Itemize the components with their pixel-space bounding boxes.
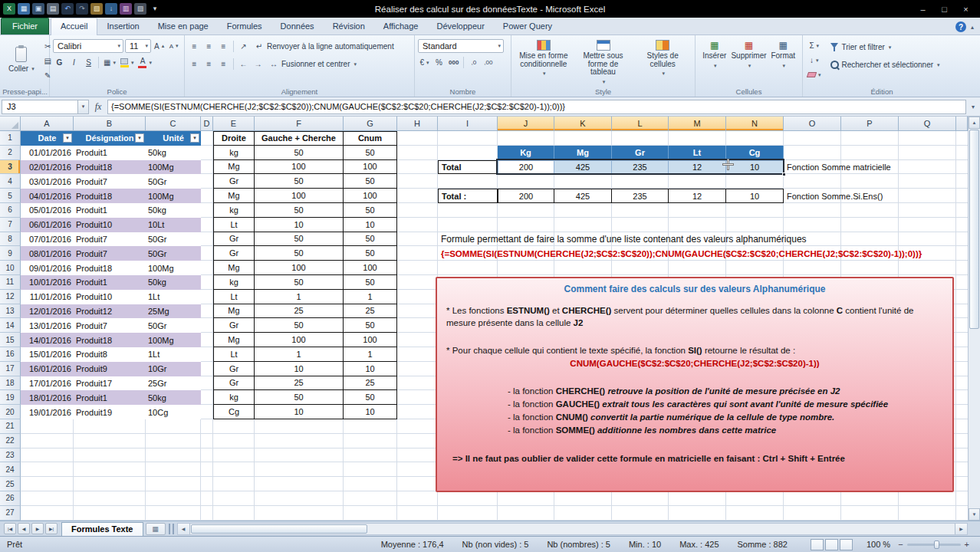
insert-cells-button[interactable]: ▦ Insérer ▾ xyxy=(699,38,731,71)
cell[interactable]: 50kg xyxy=(146,275,201,290)
excel-logo-icon[interactable]: X xyxy=(3,3,15,15)
tab-d-veloppeur[interactable]: Développeur xyxy=(427,18,493,34)
cell[interactable]: 10Lt xyxy=(146,218,201,232)
page-layout-view-icon[interactable] xyxy=(825,539,838,550)
cell-J5[interactable]: 200 xyxy=(498,189,554,203)
row-header-8[interactable]: 8 xyxy=(0,232,21,247)
cell[interactable]: 1 xyxy=(255,347,344,362)
formula-input[interactable]: {=SOMME(SI(ESTNUM(CHERCHE(J2;$C$2:$C$20)… xyxy=(107,100,966,114)
fill-color-icon[interactable]: ▾ xyxy=(119,56,136,69)
cell[interactable]: 100Mg xyxy=(146,333,201,347)
table-header-unité[interactable]: Unité▼ xyxy=(146,131,201,146)
row-header-6[interactable]: 6 xyxy=(0,203,21,218)
cell[interactable]: 10 xyxy=(344,405,397,419)
column-header-M[interactable]: M xyxy=(669,117,726,131)
cell-N5[interactable]: 10 xyxy=(726,189,784,203)
cell[interactable]: Gr xyxy=(213,174,255,189)
autosum-icon[interactable]: Σ▾ xyxy=(806,39,823,52)
column-header-O[interactable]: O xyxy=(784,117,841,131)
cell[interactable]: 100 xyxy=(344,333,397,347)
cell[interactable]: 50 xyxy=(255,275,344,290)
column-header-L[interactable]: L xyxy=(612,117,669,131)
row-header-9[interactable]: 9 xyxy=(0,246,21,261)
row-header-16[interactable]: 16 xyxy=(0,347,21,362)
cell[interactable]: 50kg xyxy=(146,203,201,218)
maximize-button[interactable]: □ xyxy=(934,2,955,15)
cell[interactable]: 50 xyxy=(255,318,344,333)
align-center-icon[interactable]: ≡ xyxy=(202,58,215,71)
wrap-text-button[interactable]: ↵ Renvoyer à la ligne automatiquement xyxy=(252,39,396,54)
sort-icon[interactable]: ↓ xyxy=(105,3,117,15)
cell[interactable]: Produit8 xyxy=(74,347,146,362)
align-left-icon[interactable]: ≡ xyxy=(188,58,201,71)
column-header-F[interactable]: F xyxy=(255,117,344,131)
filter-icon[interactable]: ▼ xyxy=(190,133,199,143)
zoom-out-icon[interactable]: − xyxy=(898,540,903,549)
font-color-icon[interactable]: A▾ xyxy=(136,56,153,69)
cell[interactable]: Cg xyxy=(213,405,255,419)
open-icon[interactable]: ▧ xyxy=(90,3,103,15)
normal-view-icon[interactable] xyxy=(811,539,824,550)
shrink-font-icon[interactable]: A▾ xyxy=(167,40,180,53)
cell[interactable]: Mg xyxy=(213,261,255,275)
cell[interactable]: 07/01/2016 xyxy=(21,232,74,247)
row-header-17[interactable]: 17 xyxy=(0,362,21,376)
align-right-icon[interactable]: ≡ xyxy=(217,58,230,71)
filter-icon[interactable]: ▼ xyxy=(63,133,72,143)
cell[interactable]: Produit18 xyxy=(74,333,146,347)
row-header-24[interactable]: 24 xyxy=(0,462,21,477)
cell[interactable]: 10 xyxy=(255,218,344,232)
horizontal-scroll-thumb[interactable] xyxy=(191,524,367,534)
cell[interactable]: 19/01/2016 xyxy=(21,405,74,419)
previous-sheet-icon[interactable]: ◀ xyxy=(18,523,30,534)
cell[interactable]: 04/01/2016 xyxy=(21,189,74,203)
borders-icon[interactable]: ▦▾ xyxy=(102,56,117,69)
cell[interactable]: Produit7 xyxy=(74,232,146,247)
column-header-G[interactable]: G xyxy=(344,117,397,131)
sort-filter-button[interactable]: Trier et filtrer ▾ xyxy=(827,41,942,54)
row-header-11[interactable]: 11 xyxy=(0,275,21,290)
row-header-4[interactable]: 4 xyxy=(0,174,21,189)
font-name-select[interactable]: Calibri▾ xyxy=(53,39,123,53)
cell[interactable]: Lt xyxy=(213,290,255,304)
cell[interactable]: 50kg xyxy=(146,146,201,160)
row-header-18[interactable]: 18 xyxy=(0,376,21,391)
cell[interactable]: 15/01/2016 xyxy=(21,347,74,362)
row-header-12[interactable]: 12 xyxy=(0,290,21,304)
cell[interactable]: Produit9 xyxy=(74,362,146,376)
cell[interactable]: Produit1 xyxy=(74,146,146,160)
cell[interactable]: 03/01/2016 xyxy=(21,174,74,189)
cell[interactable]: 10 xyxy=(344,218,397,232)
cell[interactable]: Produit1 xyxy=(74,275,146,290)
column-header-A[interactable]: A xyxy=(21,117,74,131)
cell[interactable]: Gr xyxy=(213,232,255,247)
cell[interactable]: 100Mg xyxy=(146,189,201,203)
cell[interactable]: 50Gr xyxy=(146,318,201,333)
cell[interactable]: 18/01/2016 xyxy=(21,390,74,405)
cell[interactable]: 11/01/2016 xyxy=(21,290,74,304)
cell[interactable]: Lt xyxy=(213,218,255,232)
cell[interactable]: 10 xyxy=(255,405,344,419)
cell[interactable]: 10Cg xyxy=(146,405,201,419)
row-header-7[interactable]: 7 xyxy=(0,218,21,232)
zoom-track[interactable] xyxy=(907,544,961,546)
cell[interactable]: Gr xyxy=(213,376,255,391)
column-header-Q[interactable]: Q xyxy=(899,117,956,131)
cell[interactable]: 100 xyxy=(255,189,344,203)
cell[interactable]: 16/01/2016 xyxy=(21,362,74,376)
tab-r-vision[interactable]: Révision xyxy=(324,18,374,34)
cell[interactable]: 1 xyxy=(344,290,397,304)
row-header-23[interactable]: 23 xyxy=(0,449,21,463)
underline-button[interactable]: S xyxy=(82,56,95,69)
cell[interactable]: 50Gr xyxy=(146,246,201,261)
undo-icon[interactable]: ↶ xyxy=(61,3,74,15)
zoom-thumb[interactable] xyxy=(934,540,939,549)
tab-power-query[interactable]: Power Query xyxy=(494,18,561,34)
tab-accueil[interactable]: Accueil xyxy=(51,18,97,35)
print-icon[interactable]: ▤ xyxy=(47,3,59,15)
italic-button[interactable]: I xyxy=(67,56,81,69)
cell[interactable]: 14/01/2016 xyxy=(21,333,74,347)
increase-indent-icon[interactable]: → xyxy=(252,58,265,71)
cell[interactable]: Produit12 xyxy=(74,304,146,319)
cell[interactable]: 25Mg xyxy=(146,304,201,319)
